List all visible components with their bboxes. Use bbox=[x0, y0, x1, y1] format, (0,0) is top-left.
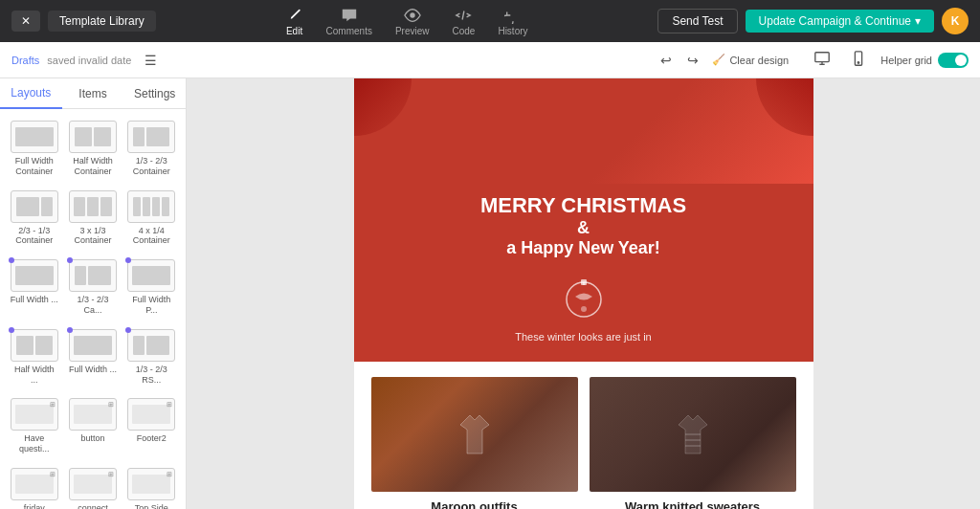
code-icon bbox=[455, 7, 472, 24]
layout-button[interactable]: ⊞ button bbox=[66, 394, 119, 458]
clothing-icon-1 bbox=[446, 406, 503, 463]
layout-icon-one-third-rs bbox=[127, 329, 175, 362]
preview-button[interactable]: Preview bbox=[395, 7, 430, 36]
layout-icon-footer2: ⊞ bbox=[127, 398, 175, 431]
helper-grid-toggle: Helper grid bbox=[880, 53, 969, 68]
avatar: K bbox=[942, 8, 969, 34]
tab-settings[interactable]: Settings bbox=[123, 78, 186, 108]
code-button[interactable]: Code bbox=[453, 7, 476, 36]
layout-icon-full-width-p bbox=[127, 259, 175, 292]
undo-redo-group: ↩ ↪ bbox=[655, 50, 704, 71]
email-header-banner bbox=[354, 78, 813, 184]
sidebar-tabs: Layouts Items Settings bbox=[0, 78, 186, 109]
layout-icon-half-width-dot bbox=[11, 329, 58, 362]
clear-design-button[interactable]: 🧹 Clear design bbox=[712, 54, 789, 66]
comments-button[interactable]: Comments bbox=[326, 7, 372, 36]
header-text-block: MERRY CHRISTMAS & a Happy New Year! bbox=[373, 193, 794, 258]
layout-footer2[interactable]: ⊞ Footer2 bbox=[125, 394, 178, 458]
sidebar-content: Full WidthContainer Half WidthContainer … bbox=[0, 109, 186, 509]
clothing-icon-2 bbox=[664, 406, 722, 463]
layout-icon-half-width bbox=[69, 121, 117, 153]
header-subtitle: a Happy New Year! bbox=[373, 238, 794, 258]
helper-grid-switch[interactable] bbox=[938, 53, 969, 68]
toolbar-right: Send Test Update Campaign & Continue ▾ K bbox=[657, 8, 969, 34]
preview-icon bbox=[404, 7, 421, 24]
christmas-section: MERRY CHRISTMAS & a Happy New Year! Thes… bbox=[354, 184, 813, 362]
product-image-1 bbox=[371, 377, 578, 492]
sidebar: Layouts Items Settings Full WidthContain… bbox=[0, 78, 187, 509]
main-content: Layouts Items Settings Full WidthContain… bbox=[0, 78, 980, 509]
header-title: MERRY CHRISTMAS bbox=[373, 193, 794, 218]
template-library-tab[interactable]: Template Library bbox=[48, 11, 156, 32]
layout-full-width-dot2[interactable]: Full Width ... bbox=[66, 325, 119, 389]
sub-toolbar: Drafts saved invalid date ☰ ↩ ↪ 🧹 Clear … bbox=[0, 42, 980, 78]
layout-top-side-m[interactable]: ⊞ Top Side m... bbox=[125, 464, 178, 509]
mobile-icon bbox=[850, 50, 867, 67]
layout-full-width[interactable]: Full WidthContainer bbox=[8, 117, 60, 181]
svg-rect-2 bbox=[815, 53, 829, 62]
tab-items[interactable]: Items bbox=[62, 78, 124, 108]
layout-icon-one-third-two-thirds bbox=[127, 121, 175, 153]
layout-half-width[interactable]: Half WidthContainer bbox=[66, 117, 119, 181]
update-campaign-button[interactable]: Update Campaign & Continue ▾ bbox=[746, 10, 934, 33]
layout-icon-button: ⊞ bbox=[69, 398, 117, 431]
history-icon bbox=[504, 7, 522, 24]
layouts-grid: Full WidthContainer Half WidthContainer … bbox=[8, 117, 178, 509]
redo-button[interactable]: ↪ bbox=[681, 50, 704, 71]
products-section: Maroon outfits For winter 2022, you migh… bbox=[354, 362, 813, 509]
ornament-icon bbox=[560, 266, 608, 323]
layout-full-width-p[interactable]: Full Width P... bbox=[125, 255, 178, 320]
layout-connect-soc[interactable]: ⊞ connect soc... bbox=[66, 464, 119, 509]
layout-icon-three-thirds bbox=[69, 190, 117, 223]
toolbar-center: Edit Comments Preview Code History bbox=[164, 7, 651, 36]
undo-button[interactable]: ↩ bbox=[655, 50, 678, 71]
send-test-button[interactable]: Send Test bbox=[657, 9, 737, 33]
drafts-label: Drafts bbox=[11, 55, 39, 66]
layout-icon-top-side-m: ⊞ bbox=[127, 468, 175, 500]
mobile-view-button[interactable] bbox=[844, 47, 873, 73]
layout-icon-full-width-dot bbox=[11, 259, 58, 292]
saved-label: saved invalid date bbox=[47, 55, 131, 66]
layout-icon-four-quarters bbox=[127, 190, 175, 223]
layout-half-width-dot[interactable]: Half Width ... bbox=[8, 325, 60, 389]
close-button[interactable]: ✕ bbox=[11, 11, 40, 32]
layout-two-thirds-one-third[interactable]: 2/3 - 1/3Container bbox=[8, 187, 60, 251]
layout-friday[interactable]: ⊞ friday bbox=[8, 464, 60, 509]
close-icon: ✕ bbox=[21, 14, 31, 28]
chevron-down-icon: ▾ bbox=[915, 14, 921, 28]
layout-one-third-two-thirds[interactable]: 1/3 - 2/3Container bbox=[125, 117, 178, 181]
comments-icon bbox=[341, 7, 358, 24]
header-background bbox=[354, 78, 813, 184]
broom-icon: 🧹 bbox=[712, 54, 725, 66]
collapse-sidebar-button[interactable]: ☰ bbox=[139, 50, 163, 71]
email-canvas: MERRY CHRISTMAS & a Happy New Year! Thes… bbox=[354, 78, 813, 509]
tab-layouts[interactable]: Layouts bbox=[0, 78, 62, 109]
dot-indicator bbox=[67, 327, 73, 333]
layout-icon-have-questi: ⊞ bbox=[11, 398, 58, 431]
layout-icon-one-third-ca bbox=[69, 259, 117, 292]
history-button[interactable]: History bbox=[498, 7, 527, 36]
layout-full-width-dot[interactable]: Full Width ... bbox=[8, 255, 60, 320]
svg-point-0 bbox=[410, 12, 414, 17]
edit-button[interactable]: Edit bbox=[286, 7, 303, 36]
view-icons bbox=[808, 47, 873, 73]
product-image-2 bbox=[590, 377, 796, 492]
header-ampersand: & bbox=[373, 218, 794, 238]
svg-line-1 bbox=[463, 11, 465, 19]
winter-text: These winter looks are just in bbox=[373, 331, 794, 343]
layout-three-thirds[interactable]: 3 x 1/3Container bbox=[66, 187, 119, 251]
svg-point-10 bbox=[581, 306, 587, 312]
layout-have-questi[interactable]: ⊞ Have questi... bbox=[8, 394, 60, 458]
canvas-area: MERRY CHRISTMAS & a Happy New Year! Thes… bbox=[187, 78, 980, 509]
layout-one-third-rs[interactable]: 1/3 - 2/3 RS... bbox=[125, 325, 178, 389]
layout-one-third-ca[interactable]: 1/3 - 2/3 Ca... bbox=[66, 255, 119, 320]
product-card-2: Warm knitted sweaters Check out our knit… bbox=[584, 377, 802, 509]
svg-point-6 bbox=[858, 62, 858, 63]
desktop-view-button[interactable] bbox=[808, 47, 836, 73]
product-title-2: Warm knitted sweaters bbox=[590, 499, 796, 509]
dot-indicator bbox=[9, 327, 14, 333]
layout-icon-connect-soc: ⊞ bbox=[69, 468, 117, 500]
product-card-1: Maroon outfits For winter 2022, you migh… bbox=[366, 377, 584, 509]
top-toolbar: ✕ Template Library Edit Comments Preview… bbox=[0, 0, 980, 42]
layout-four-quarters[interactable]: 4 x 1/4Container bbox=[125, 187, 178, 251]
